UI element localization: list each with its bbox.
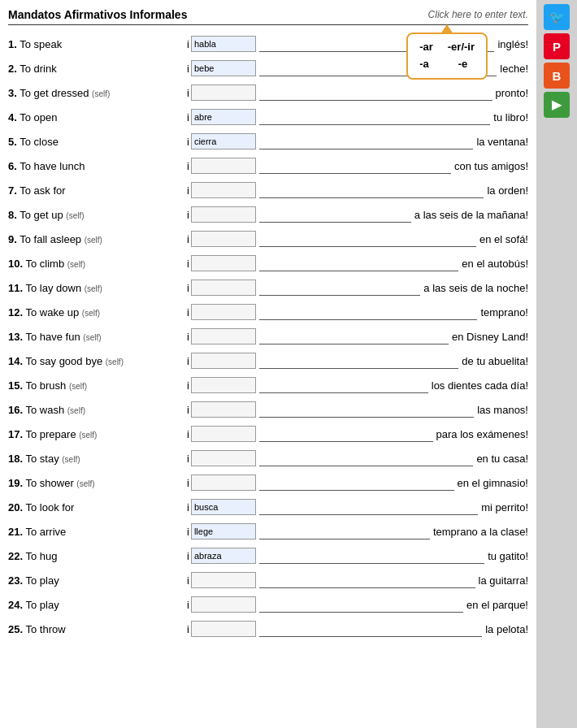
answer-input[interactable] (191, 548, 256, 564)
row-ending: de tu abuelita! (462, 355, 528, 367)
row-ending: los dientes cada día! (432, 379, 528, 392)
answer-input[interactable] (191, 377, 256, 393)
row-ending: temprano! (480, 306, 528, 318)
row-letter-i: i (187, 404, 189, 416)
sidebar-btn-pinterest[interactable]: P (544, 33, 570, 59)
row-letter-i: i (187, 574, 189, 587)
answer-input[interactable] (191, 572, 256, 588)
sidebar-btn-play[interactable]: ▶ (544, 92, 570, 118)
underline-area (259, 353, 458, 369)
row-label: 6. To have lunch (8, 160, 187, 172)
row-letter-i: i (187, 428, 189, 440)
table-row: 3. To get dressed (self)ipronto! (8, 80, 528, 105)
row-label: 12. To wake up (self) (8, 306, 187, 318)
row-input-area: itemprano a la clase! (187, 523, 528, 540)
row-label: 17. To prepare (self) (8, 428, 187, 440)
underline-area (259, 450, 474, 466)
answer-input[interactable] (191, 182, 256, 198)
row-letter-i: i (187, 184, 189, 197)
table-row: 20. To look forimi perrito! (8, 495, 528, 519)
tooltip-a: -a (419, 56, 429, 73)
row-label: 10. To climb (self) (8, 258, 187, 270)
underline-area (259, 109, 490, 125)
underline-area (259, 182, 484, 198)
answer-input[interactable] (191, 328, 256, 344)
answer-input[interactable] (191, 60, 256, 76)
table-row: 19. To shower (self)ien el gimnasio! (8, 470, 528, 495)
row-ending: en el autobús! (462, 258, 528, 270)
answer-input[interactable] (191, 206, 256, 223)
answer-input[interactable] (191, 401, 256, 418)
row-ending: la guitarra! (479, 574, 528, 587)
row-input-area: itemprano! (187, 304, 528, 320)
answer-input[interactable] (191, 450, 256, 466)
underline-area (259, 133, 474, 150)
answer-input[interactable] (191, 426, 256, 442)
underline-area (259, 474, 454, 491)
tooltip-box: -ar -er/-ir -a -e (406, 32, 488, 80)
underline-area (259, 426, 433, 442)
table-row: 8. To get up (self)ia las seis de la mañ… (8, 202, 528, 227)
row-letter-i: i (187, 550, 189, 562)
row-letter-i: i (187, 233, 189, 245)
row-input-area: ila pelota! (187, 621, 528, 637)
row-input-area: ila guitarra! (187, 572, 528, 588)
sidebar-btn-blogger[interactable]: B (544, 63, 570, 89)
underline-area (259, 84, 492, 101)
row-letter-i: i (187, 87, 189, 99)
row-input-area: ien el sofá! (187, 231, 528, 247)
answer-input[interactable] (191, 621, 256, 637)
row-input-area: ilos dientes cada día! (187, 377, 528, 393)
table-row: 4. To openitu libro! (8, 105, 528, 129)
answer-input[interactable] (191, 109, 256, 125)
sidebar-btn-twitter[interactable]: 🐦 (544, 4, 570, 30)
table-row: 9. To fall asleep (self)ien el sofá! (8, 227, 528, 251)
row-input-area: ila orden! (187, 182, 528, 198)
answer-input[interactable] (191, 353, 256, 369)
table-row: 5. To closeila ventana! (8, 129, 528, 154)
table-row: 16. To wash (self)ilas manos! (8, 397, 528, 422)
table-row: 24. To playien el parque! (8, 592, 528, 617)
row-label: 19. To shower (self) (8, 477, 187, 489)
row-input-area: itu gatito! (187, 548, 528, 564)
row-input-area: ien Disney Land! (187, 328, 528, 344)
answer-input[interactable] (191, 523, 256, 540)
underline-area (259, 499, 478, 515)
answer-input[interactable] (191, 499, 256, 515)
answer-input[interactable] (191, 255, 256, 271)
table-row: 23. To playila guitarra! (8, 568, 528, 592)
underline-area (259, 596, 463, 613)
row-label: 2. To drink (8, 63, 187, 75)
row-label: 4. To open (8, 111, 187, 124)
row-input-area: ila ventana! (187, 133, 528, 150)
row-ending: pronto! (496, 87, 528, 99)
row-letter-i: i (187, 38, 189, 50)
row-input-area: icon tus amigos! (187, 158, 528, 174)
row-letter-i: i (187, 306, 189, 318)
row-label: 18. To stay (self) (8, 453, 187, 465)
answer-input[interactable] (191, 280, 256, 296)
underline-area (259, 523, 430, 540)
header-click-text[interactable]: Click here to enter text. (428, 9, 528, 20)
answer-input[interactable] (191, 231, 256, 247)
answer-input[interactable] (191, 304, 256, 320)
answer-input[interactable] (191, 84, 256, 101)
answer-input[interactable] (191, 158, 256, 174)
answer-input[interactable] (191, 474, 256, 491)
table-row: 12. To wake up (self)itemprano! (8, 300, 528, 324)
row-label: 7. To ask for (8, 184, 187, 197)
row-ending: en Disney Land! (452, 331, 528, 343)
answer-input[interactable] (191, 596, 256, 613)
row-input-area: ia las seis de la mañana! (187, 206, 528, 223)
underline-area (259, 548, 484, 564)
tooltip-ar: -ar (419, 39, 433, 56)
underline-area (259, 621, 482, 637)
row-label: 3. To get dressed (self) (8, 87, 187, 99)
answer-input[interactable] (191, 133, 256, 150)
row-letter-i: i (187, 477, 189, 489)
answer-input[interactable] (191, 36, 256, 52)
row-input-area: ilas manos! (187, 401, 528, 418)
row-letter-i: i (187, 258, 189, 270)
table-row: 21. To arriveitemprano a la clase! (8, 519, 528, 544)
table-row: 17. To prepare (self)ipara los exámenes! (8, 422, 528, 446)
